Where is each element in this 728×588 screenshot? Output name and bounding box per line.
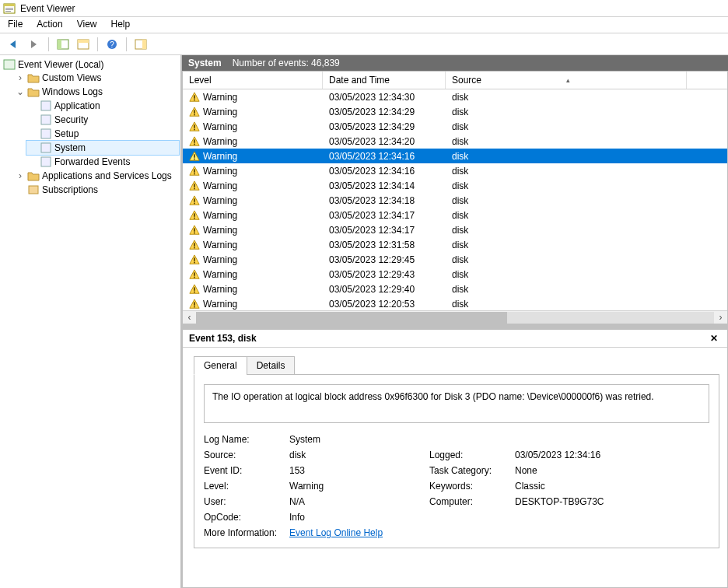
tree-pane[interactable]: Event Viewer (Local) › Custom Views ⌄ Wi… [0,55,182,588]
row-date: 03/05/2023 12:34:30 [323,92,446,103]
row-source: disk [446,92,687,103]
scroll-thumb[interactable] [196,312,507,324]
event-row[interactable]: Warning03/05/2023 12:34:16disk [183,149,727,163]
tree-custom-views[interactable]: › Custom Views [14,71,179,85]
event-grid-body[interactable]: Warning03/05/2023 12:34:30diskWarning03/… [183,89,727,310]
row-level: Warning [203,225,237,236]
help-button[interactable]: ? [103,36,121,53]
forward-button[interactable] [25,36,44,53]
folder-icon [27,86,40,98]
row-date: 03/05/2023 12:34:16 [323,151,446,162]
menu-action[interactable]: Action [37,19,62,30]
warning-icon [189,195,200,206]
warning-icon [189,107,200,117]
row-source: disk [446,166,687,177]
tree-security[interactable]: Security [26,113,179,127]
menu-view[interactable]: View [77,19,97,30]
close-details-button[interactable]: ✕ [707,333,721,344]
event-row[interactable]: Warning03/05/2023 12:34:14disk [183,178,727,193]
warning-icon [189,269,200,280]
details-tabs: General Details [194,355,727,374]
row-source: disk [446,299,687,310]
value-log-name: System [289,434,429,445]
tab-general[interactable]: General [194,356,247,375]
event-row[interactable]: Warning03/05/2023 12:31:58disk [183,237,727,252]
value-source: disk [289,450,429,460]
svg-rect-47 [194,213,195,216]
event-row[interactable]: Warning03/05/2023 12:34:17disk [183,208,727,222]
warning-icon [189,254,200,265]
tree-root[interactable]: Event Viewer (Local) [2,58,179,71]
row-level: Warning [203,121,237,132]
col-date[interactable]: Date and Time [323,72,446,89]
event-row[interactable]: Warning03/05/2023 12:29:45disk [183,252,727,267]
row-date: 03/05/2023 12:34:16 [323,166,446,177]
log-icon [40,128,52,140]
menu-help[interactable]: Help [111,19,131,30]
event-row[interactable]: Warning03/05/2023 12:34:17disk [183,222,727,237]
value-task: None [515,465,686,476]
value-level: Warning [289,481,429,492]
row-date: 03/05/2023 12:34:20 [323,136,446,147]
row-date: 03/05/2023 12:34:29 [323,121,446,132]
row-date: 03/05/2023 12:29:40 [323,284,446,295]
toolbar: ? [0,33,728,55]
expand-icon[interactable]: › [16,169,25,183]
event-row[interactable]: Warning03/05/2023 12:34:20disk [183,134,727,149]
row-date: 03/05/2023 12:34:17 [323,225,446,236]
tree-label: Security [54,113,88,127]
collapse-icon[interactable]: ⌄ [16,85,25,99]
tree-subscriptions[interactable]: Subscriptions [14,183,179,197]
event-row[interactable]: Warning03/05/2023 12:34:16disk [183,163,727,178]
tree-applications-services-logs[interactable]: › Applications and Services Logs [14,169,179,183]
event-row[interactable]: Warning03/05/2023 12:20:53disk [183,296,727,310]
event-row[interactable]: Warning03/05/2023 12:34:29disk [183,119,727,134]
tab-details[interactable]: Details [247,356,296,375]
menu-file[interactable]: File [8,19,23,30]
warning-icon [189,240,200,250]
tree-system[interactable]: System [26,141,179,155]
show-hide-action-pane-button[interactable] [131,36,150,53]
tab-general-content: The IO operation at logical block addres… [194,374,719,548]
tree-setup[interactable]: Setup [26,127,179,141]
row-level: Warning [203,240,237,250]
label-log-name: Log Name: [204,434,289,445]
col-source[interactable]: Source ▴ [446,72,687,89]
show-hide-tree-button[interactable] [54,36,72,53]
warning-icon [189,136,200,147]
svg-rect-44 [194,198,195,201]
tree-application[interactable]: Application [26,99,179,113]
back-button[interactable] [5,36,23,53]
event-count-value: 46,839 [311,58,340,68]
tree-forwarded-events[interactable]: Forwarded Events [26,155,179,169]
row-level: Warning [203,136,237,147]
col-source-label: Source [452,75,481,86]
svg-rect-48 [194,217,195,219]
scroll-left-icon[interactable]: ‹ [183,312,196,323]
warning-icon [189,151,200,162]
event-row[interactable]: Warning03/05/2023 12:29:40disk [183,282,727,296]
svg-rect-21 [29,186,38,194]
warning-icon [189,180,200,191]
log-icon [40,142,52,154]
svg-rect-14 [142,40,146,49]
horizontal-scrollbar[interactable]: ‹ › [183,310,727,324]
label-opcode: OpCode: [204,512,289,523]
svg-rect-20 [41,157,51,166]
tree-windows-logs[interactable]: ⌄ Windows Logs [14,85,179,99]
event-row[interactable]: Warning03/05/2023 12:29:43disk [183,267,727,282]
event-log-online-help-link[interactable]: Event Log Online Help [289,527,383,538]
expand-icon[interactable]: › [16,71,25,85]
row-source: disk [446,210,687,221]
log-icon [40,114,52,126]
event-row[interactable]: Warning03/05/2023 12:34:18disk [183,193,727,208]
value-computer: DESKTOP-TB9G73C [515,496,686,507]
tree-label: Application [54,99,100,113]
event-row[interactable]: Warning03/05/2023 12:34:29disk [183,104,727,119]
event-row[interactable]: Warning03/05/2023 12:34:30disk [183,89,727,104]
scroll-right-icon[interactable]: › [714,312,727,323]
col-level[interactable]: Level [183,72,323,89]
svg-rect-33 [194,143,195,145]
scroll-track[interactable] [196,312,714,324]
properties-button[interactable] [74,36,93,53]
